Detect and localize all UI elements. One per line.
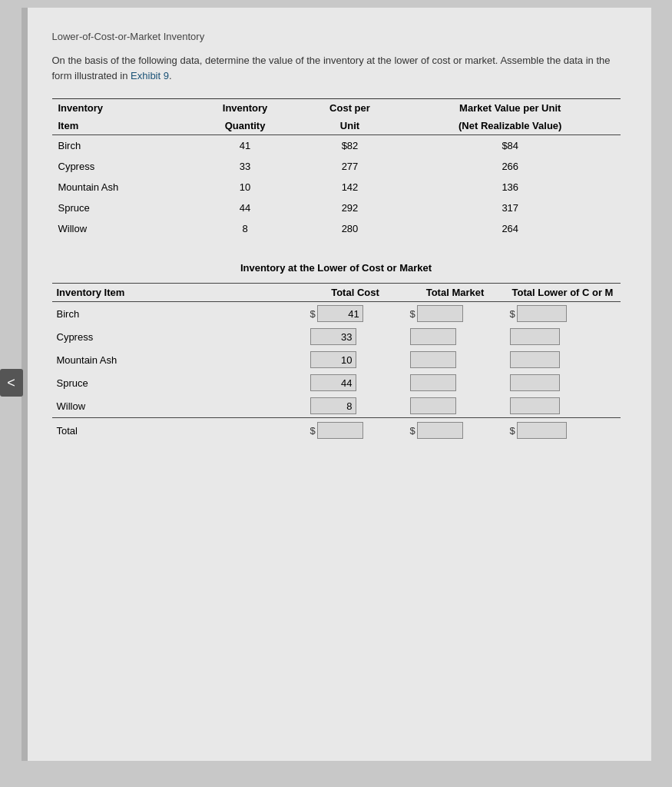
table-row: Cypress 33 277 266 [52,156,621,177]
work-row-mountain-ash: Mountain Ash [52,348,621,371]
work-item-spruce: Spruce [52,371,306,394]
work-total-row: Total $ $ $ [52,418,621,443]
dollar-sign: $ [310,308,316,320]
work-row-spruce: Spruce [52,371,621,394]
total-cost-willow-input[interactable] [310,397,356,414]
ref-cost-cypress: 277 [300,156,400,177]
work-total-market-total-cell: $ [406,418,505,443]
ref-qty-willow: 8 [190,218,300,239]
ref-item-birch: Birch [52,135,191,157]
page-title: Lower-of-Cost-or-Market Inventory [52,31,621,42]
work-row-birch: Birch $ $ $ [52,302,621,326]
dollar-sign: $ [510,425,515,437]
total-market-birch-input[interactable] [417,305,463,322]
dollar-sign: $ [410,308,415,320]
work-total-lower-spruce-cell [505,371,621,394]
dollar-sign: $ [510,308,515,320]
dollar-sign: $ [310,425,316,437]
work-col-header-total-cost: Total Cost [306,284,406,302]
table-row: Mountain Ash 10 142 136 [52,177,621,198]
work-item-cypress: Cypress [52,325,306,348]
work-col-header-total-lower: Total Lower of C or M [505,284,621,302]
ref-col-header-inventory-1: Inventory [190,99,300,118]
total-cost-total-input[interactable] [317,422,363,439]
work-total-lower-total-cell: $ [505,418,621,443]
total-market-willow-input[interactable] [410,397,456,414]
work-item-willow: Willow [52,394,306,418]
work-total-lower-birch-cell: $ [505,302,621,326]
total-cost-cypress-input[interactable] [310,328,356,345]
ref-item-cypress: Cypress [52,156,191,177]
work-total-market-mountain-ash-cell [406,348,505,371]
total-market-cypress-input[interactable] [410,328,456,345]
ref-item-willow: Willow [52,218,191,239]
work-total-label: Total [52,418,306,443]
table-row: Spruce 44 292 317 [52,198,621,218]
work-row-cypress: Cypress [52,325,621,348]
ref-market-willow: 264 [400,218,621,239]
total-cost-mountain-ash-input[interactable] [310,351,356,368]
dollar-sign: $ [410,425,415,437]
work-total-cost-willow-cell [306,394,406,418]
total-lower-cypress-input[interactable] [510,328,560,345]
table-row: Birch 41 $82 $84 [52,135,621,157]
ref-col-header-item-1: Inventory [52,99,191,118]
ref-col-header-cost-1: Cost per [300,99,400,118]
work-total-cost-mountain-ash-cell [306,348,406,371]
ref-col-header-inventory-2: Quantity [190,117,300,135]
work-total-market-willow-cell [406,394,505,418]
work-total-cost-cypress-cell [306,325,406,348]
ref-item-spruce: Spruce [52,198,191,218]
work-col-header-item: Inventory Item [52,284,306,302]
work-total-market-birch-cell: $ [406,302,505,326]
ref-cost-mountain-ash: 142 [300,177,400,198]
description-text-2: . [169,70,172,81]
ref-cost-birch: $82 [300,135,400,157]
work-row-willow: Willow [52,394,621,418]
work-total-market-spruce-cell [406,371,505,394]
exhibit-link[interactable]: Exhibit 9 [131,70,169,81]
ref-col-header-item-2: Item [52,117,191,135]
total-market-mountain-ash-input[interactable] [410,351,456,368]
page-container: < Lower-of-Cost-or-Market Inventory On t… [22,8,651,761]
work-total-lower-mountain-ash-cell [505,348,621,371]
total-lower-birch-input[interactable] [517,305,567,322]
ref-cost-spruce: 292 [300,198,400,218]
work-total-lower-willow-cell [505,394,621,418]
ref-item-mountain-ash: Mountain Ash [52,177,191,198]
ref-col-header-market-1: Market Value per Unit [400,99,621,118]
nav-arrow-button[interactable]: < [0,369,23,397]
total-cost-spruce-input[interactable] [310,374,356,391]
total-lower-total-input[interactable] [517,422,567,439]
ref-market-mountain-ash: 136 [400,177,621,198]
description: On the basis of the following data, dete… [52,53,621,83]
total-market-spruce-input[interactable] [410,374,456,391]
table-row: Willow 8 280 264 [52,218,621,239]
work-table: Inventory Item Total Cost Total Market T… [52,283,621,442]
reference-table: Inventory Inventory Cost per Market Valu… [52,98,621,239]
total-lower-mountain-ash-input[interactable] [510,351,560,368]
work-item-mountain-ash: Mountain Ash [52,348,306,371]
work-col-header-total-market: Total Market [406,284,505,302]
ref-qty-cypress: 33 [190,156,300,177]
ref-qty-birch: 41 [190,135,300,157]
ref-cost-willow: 280 [300,218,400,239]
ref-market-spruce: 317 [400,198,621,218]
work-total-cost-spruce-cell [306,371,406,394]
work-total-lower-cypress-cell [505,325,621,348]
ref-qty-mountain-ash: 10 [190,177,300,198]
ref-col-header-cost-2: Unit [300,117,400,135]
ref-market-birch: $84 [400,135,621,157]
total-cost-birch-input[interactable] [317,305,363,322]
work-total-cost-birch-cell: $ [306,302,406,326]
total-lower-spruce-input[interactable] [510,374,560,391]
work-total-market-cypress-cell [406,325,505,348]
work-total-cost-total-cell: $ [306,418,406,443]
total-market-total-input[interactable] [417,422,463,439]
ref-qty-spruce: 44 [190,198,300,218]
ref-col-header-market-2: (Net Realizable Value) [400,117,621,135]
ref-market-cypress: 266 [400,156,621,177]
work-section-title: Inventory at the Lower of Cost or Market [52,262,621,274]
total-lower-willow-input[interactable] [510,397,560,414]
work-item-birch: Birch [52,302,306,326]
